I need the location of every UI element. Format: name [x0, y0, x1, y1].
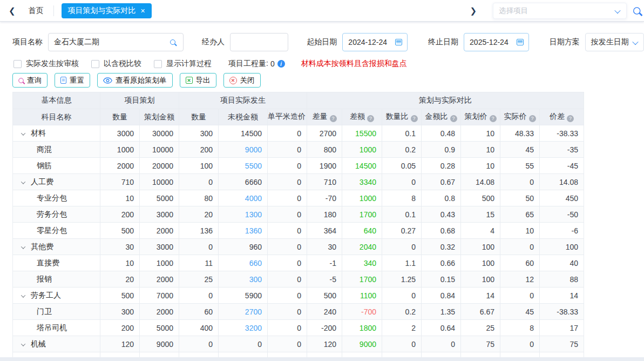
- expand-chevron-icon[interactable]: [21, 131, 25, 135]
- untaxed-amount-link[interactable]: 9000: [219, 142, 268, 158]
- handler-input[interactable]: [230, 33, 288, 51]
- value-cell: 14: [461, 288, 500, 304]
- forward-chevron-icon[interactable]: ❯: [470, 6, 477, 15]
- calendar-icon[interactable]: [517, 39, 524, 45]
- project-name-value: 金石大厦二期: [54, 37, 99, 47]
- info-icon[interactable]: i: [277, 60, 285, 68]
- value-cell: 1.25: [382, 271, 422, 288]
- query-button[interactable]: 查询: [12, 73, 48, 88]
- close-button[interactable]: ✕ 关闭: [223, 73, 261, 88]
- value-cell: 0: [268, 255, 307, 271]
- reset-button[interactable]: 重置: [55, 73, 90, 88]
- value-cell: -45: [540, 158, 584, 174]
- value-cell: -6: [540, 223, 584, 239]
- untaxed-amount-link[interactable]: 1300: [219, 206, 268, 223]
- help-icon[interactable]: ?: [529, 115, 536, 122]
- value-cell: 1700: [342, 271, 382, 288]
- subject-name-cell: 钢筋: [13, 158, 100, 174]
- value-cell: 20: [100, 271, 140, 288]
- value-cell: 10: [461, 125, 500, 142]
- date-scheme-select[interactable]: 按发生日期: [585, 33, 644, 51]
- value-cell: 0: [179, 336, 219, 352]
- value-cell: 0: [219, 336, 268, 352]
- untaxed-amount-link[interactable]: 3200: [219, 320, 268, 336]
- subject-name: 塔吊司机: [37, 323, 67, 332]
- value-cell: 1100: [342, 288, 382, 304]
- value-cell: 0: [268, 206, 307, 223]
- expand-chevron-icon[interactable]: [21, 293, 25, 297]
- date-scheme-label: 日期方案: [550, 37, 580, 47]
- value-cell: 180: [307, 206, 342, 223]
- table-row: 机械120900000012090000075075: [13, 336, 584, 352]
- subject-name: 劳务分包: [37, 210, 67, 218]
- column-header-row: 科目名称数量策划金额数量未税金额单平米造价?差量?差额?数量比?金额比?策划价?…: [13, 109, 584, 125]
- column-header: 价差?: [540, 109, 584, 125]
- checkbox-show-calculation[interactable]: [154, 60, 162, 68]
- help-icon[interactable]: ?: [330, 115, 337, 122]
- value-cell: 60: [500, 255, 540, 271]
- value-cell: 3340: [342, 174, 382, 190]
- untaxed-amount-link[interactable]: 2700: [219, 304, 268, 320]
- project-search-icon[interactable]: [170, 39, 175, 45]
- back-chevron-icon[interactable]: ❮: [9, 6, 16, 15]
- value-cell: 0: [500, 288, 540, 304]
- value-cell: 4: [461, 223, 500, 239]
- tab-divider: [53, 5, 54, 16]
- help-icon[interactable]: ?: [490, 115, 497, 122]
- start-date-input[interactable]: 2024-12-24: [342, 33, 408, 51]
- end-date-input[interactable]: 2025-12-24: [464, 33, 529, 51]
- table-row: 塔吊司机200500040032000-200180020.6425817: [13, 320, 584, 336]
- value-cell: 450: [540, 190, 584, 206]
- subject-name-cell: 报销: [13, 271, 100, 288]
- value-cell: 48.33: [500, 125, 540, 142]
- untaxed-amount-link[interactable]: 5500: [219, 158, 268, 174]
- help-icon[interactable]: ?: [411, 115, 418, 122]
- search-icon[interactable]: [633, 7, 641, 15]
- untaxed-amount-link[interactable]: 1360: [219, 223, 268, 239]
- tab-active-comparison[interactable]: 项目策划与实际对比 ×: [62, 3, 152, 18]
- project-select[interactable]: 选择项目: [493, 3, 627, 19]
- help-icon[interactable]: ?: [367, 115, 374, 122]
- help-icon[interactable]: ?: [450, 115, 457, 122]
- value-cell: 0.8: [422, 190, 461, 206]
- value-cell: 14.08: [461, 174, 500, 190]
- top-nav-bar: ❮ 首页 项目策划与实际对比 × ❯ 选择项目: [0, 0, 644, 22]
- expand-chevron-icon[interactable]: [21, 342, 25, 346]
- chevron-down-icon[interactable]: [614, 7, 620, 13]
- untaxed-amount-link[interactable]: 4000: [219, 190, 268, 206]
- checkbox-actual-by-audit[interactable]: [13, 60, 22, 68]
- project-quantity-value: 0: [270, 59, 275, 68]
- value-cell: 0.67: [422, 174, 461, 190]
- untaxed-amount-link[interactable]: 660: [219, 255, 268, 271]
- value-cell: 136: [179, 223, 219, 239]
- calendar-icon[interactable]: [395, 39, 402, 45]
- chevron-down-icon[interactable]: [632, 39, 638, 45]
- checkbox-compare-with-tax[interactable]: [91, 60, 99, 68]
- value-cell: 0: [500, 336, 540, 352]
- value-cell: 7000: [140, 288, 179, 304]
- value-cell: 0.1: [382, 125, 422, 142]
- value-cell: 0.2: [382, 142, 422, 158]
- help-icon[interactable]: ?: [567, 115, 574, 122]
- value-cell: 11: [179, 255, 219, 271]
- value-cell: 340: [342, 255, 382, 271]
- untaxed-amount-link[interactable]: 300: [219, 271, 268, 288]
- expand-chevron-icon[interactable]: [21, 244, 25, 249]
- value-cell: 0.1: [382, 206, 422, 223]
- expand-chevron-icon[interactable]: [21, 179, 25, 184]
- value-cell: 45: [500, 304, 540, 320]
- tab-home[interactable]: 首页: [29, 6, 44, 16]
- value-cell: 1.35: [422, 304, 461, 320]
- tab-close-icon[interactable]: ×: [141, 7, 145, 15]
- column-header-label: 差量: [313, 112, 328, 121]
- value-cell: 2000: [140, 223, 179, 239]
- value-cell: 1700: [342, 206, 382, 223]
- material-cost-warning: 材料成本按领料且含报损和盘点: [301, 59, 407, 69]
- subject-name-cell: 材料: [13, 125, 100, 142]
- view-original-plan-button[interactable]: 查看原始策划单: [97, 73, 173, 88]
- value-cell: -38.33: [540, 125, 584, 142]
- project-name-input[interactable]: 金石大厦二期: [48, 33, 184, 51]
- project-select-placeholder: 选择项目: [499, 6, 528, 16]
- value-cell: -5: [307, 271, 342, 288]
- export-button[interactable]: ✕ 导出: [180, 73, 216, 88]
